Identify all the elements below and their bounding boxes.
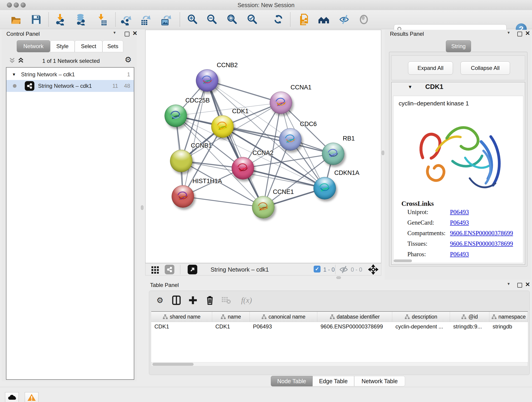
table-cell[interactable]: P06493 bbox=[250, 322, 317, 331]
network-edge[interactable] bbox=[207, 80, 263, 207]
network-node-CCNA2[interactable] bbox=[232, 157, 254, 179]
network-collection-row[interactable]: ▼ String Network – cdk1 1 bbox=[6, 69, 134, 80]
zoom-selected-icon[interactable] bbox=[246, 13, 258, 26]
table-cell[interactable]: stringdb bbox=[489, 322, 528, 331]
network-node-HIST1H1A[interactable] bbox=[172, 185, 194, 208]
cloud-status-icon[interactable] bbox=[5, 392, 19, 402]
table-cell[interactable]: cyclin-dependent ... bbox=[392, 322, 450, 331]
gene-collapse-icon[interactable]: ▼ bbox=[408, 84, 412, 89]
results-panel-float-icon[interactable] bbox=[517, 32, 522, 36]
selected-nodes-checkbox[interactable] bbox=[314, 266, 321, 273]
table-hscrollbar[interactable] bbox=[151, 362, 528, 366]
table-cell[interactable]: CDK1 bbox=[212, 322, 250, 331]
function-builder-icon[interactable]: f(x) bbox=[237, 295, 256, 306]
table-cell[interactable]: CDK1 bbox=[151, 322, 212, 331]
import-network-file-icon[interactable] bbox=[54, 13, 66, 26]
control-panel-float-icon[interactable] bbox=[125, 32, 129, 36]
column-header-shared-name[interactable]: shared name bbox=[151, 312, 212, 322]
network-node-CCNB2[interactable] bbox=[196, 69, 218, 92]
network-current-bullet bbox=[13, 84, 17, 88]
results-hscroll-thumb[interactable] bbox=[394, 259, 412, 262]
zoom-fit-icon[interactable] bbox=[226, 13, 238, 26]
left-splitter-handle[interactable] bbox=[141, 205, 143, 210]
tab-node-table[interactable]: Node Table bbox=[271, 376, 312, 386]
import-network-database-icon[interactable] bbox=[75, 13, 87, 26]
tab-select[interactable]: Select bbox=[75, 40, 102, 52]
crosslink-link[interactable]: P06493 bbox=[450, 219, 469, 228]
detach-view-icon[interactable] bbox=[188, 265, 197, 274]
tab-string[interactable]: String bbox=[446, 40, 471, 52]
table-panel-close-icon[interactable] bbox=[525, 281, 530, 288]
expand-all-button[interactable]: Expand All bbox=[408, 61, 453, 75]
network-node-CCNE1[interactable] bbox=[252, 196, 274, 218]
tab-network[interactable]: Network bbox=[17, 40, 50, 52]
refresh-view-icon[interactable] bbox=[273, 13, 285, 26]
column-header-namespace[interactable]: namespace bbox=[489, 312, 528, 322]
show-all-icon[interactable] bbox=[358, 13, 370, 26]
column-header-name[interactable]: name bbox=[212, 312, 250, 322]
zoom-out-icon[interactable] bbox=[206, 13, 218, 26]
network-edge[interactable] bbox=[183, 196, 263, 207]
collapse-all-networks-icon[interactable] bbox=[8, 57, 16, 65]
network-node-CDK1[interactable] bbox=[211, 115, 234, 138]
table-panel-float-icon[interactable] bbox=[517, 283, 522, 288]
results-panel-close-icon[interactable] bbox=[525, 30, 530, 37]
crosslink-link[interactable]: P06493 bbox=[450, 251, 469, 260]
warning-status-icon[interactable] bbox=[25, 392, 38, 402]
network-panel-gear-icon[interactable] bbox=[125, 55, 132, 64]
tab-style[interactable]: Style bbox=[50, 40, 75, 52]
column-header-canonical-name[interactable]: canonical name bbox=[250, 312, 317, 322]
table-settings-icon[interactable] bbox=[155, 295, 165, 306]
export-network-icon[interactable] bbox=[120, 13, 132, 26]
network-node-RB1[interactable] bbox=[322, 143, 344, 165]
tab-sets[interactable]: Sets bbox=[102, 40, 123, 52]
crosslink-link[interactable]: P06493 bbox=[450, 209, 469, 218]
network-view-icon[interactable] bbox=[165, 265, 174, 274]
show-columns-icon[interactable] bbox=[171, 295, 181, 306]
table-panel-menu-icon[interactable] bbox=[507, 282, 510, 286]
pan-mode-icon[interactable] bbox=[368, 265, 378, 274]
column-header-database-identifier[interactable]: database identifier bbox=[317, 312, 392, 322]
crosslink-link[interactable]: 9606.ENSP00000378699 bbox=[450, 240, 513, 249]
network-node-CDC6[interactable] bbox=[279, 128, 302, 151]
expand-all-networks-icon[interactable] bbox=[17, 57, 25, 65]
collapse-all-button[interactable]: Collapse All bbox=[461, 61, 510, 75]
selected-counts: 1 - 0 bbox=[323, 265, 335, 274]
results-panel-menu-icon[interactable] bbox=[507, 31, 510, 35]
tab-edge-table[interactable]: Edge Table bbox=[312, 376, 354, 386]
table-hscroll-thumb[interactable] bbox=[152, 363, 194, 366]
home-icon[interactable] bbox=[317, 13, 329, 26]
collection-expand-icon[interactable]: ▼ bbox=[12, 72, 16, 77]
tab-network-table[interactable]: Network Table bbox=[354, 376, 405, 386]
column-header-description[interactable]: description bbox=[392, 312, 450, 322]
hide-selected-icon[interactable] bbox=[339, 13, 351, 26]
network-node-CDC25B[interactable] bbox=[165, 104, 187, 127]
open-session-icon[interactable] bbox=[10, 13, 22, 26]
column-header--id[interactable]: @id bbox=[450, 312, 489, 322]
node-label: CCNB2 bbox=[217, 62, 238, 69]
add-column-icon[interactable] bbox=[188, 295, 198, 306]
network-node-CCNB1[interactable] bbox=[170, 150, 192, 172]
bottom-splitter-handle[interactable] bbox=[336, 276, 341, 279]
network-canvas[interactable]: CCNB2CCNA1CDC25BCDK1CDC6RB1CCNB1CCNA2CDK… bbox=[145, 30, 381, 263]
table-row[interactable]: CDK1CDK1P064939606.ENSP00000378699cyclin… bbox=[151, 322, 528, 331]
zoom-in-icon[interactable] bbox=[186, 13, 198, 26]
grid-view-icon[interactable] bbox=[151, 265, 160, 274]
string-document-icon[interactable] bbox=[298, 13, 310, 26]
network-row-selected[interactable]: String Network – cdk1 11 48 bbox=[6, 80, 134, 92]
delete-column-icon[interactable] bbox=[205, 295, 215, 306]
crosslink-row: Pharos:P06493 bbox=[407, 251, 522, 260]
table-cell[interactable]: 9606.ENSP00000378699 bbox=[317, 322, 392, 331]
network-node-CDKN1A[interactable] bbox=[313, 177, 336, 199]
delete-table-icon[interactable] bbox=[221, 295, 231, 306]
export-image-icon[interactable] bbox=[160, 13, 172, 26]
crosslink-link[interactable]: 9606.ENSP00000378699 bbox=[450, 230, 513, 239]
right-splitter-handle[interactable] bbox=[382, 151, 384, 155]
control-panel-close-icon[interactable] bbox=[133, 30, 138, 37]
network-node-CCNA1[interactable] bbox=[270, 91, 292, 114]
save-session-icon[interactable] bbox=[30, 13, 42, 26]
control-panel-menu-icon[interactable] bbox=[113, 31, 116, 35]
export-table-icon[interactable] bbox=[139, 13, 152, 26]
table-cell[interactable]: stringdb:9... bbox=[450, 322, 489, 331]
import-table-file-icon[interactable] bbox=[96, 13, 108, 26]
